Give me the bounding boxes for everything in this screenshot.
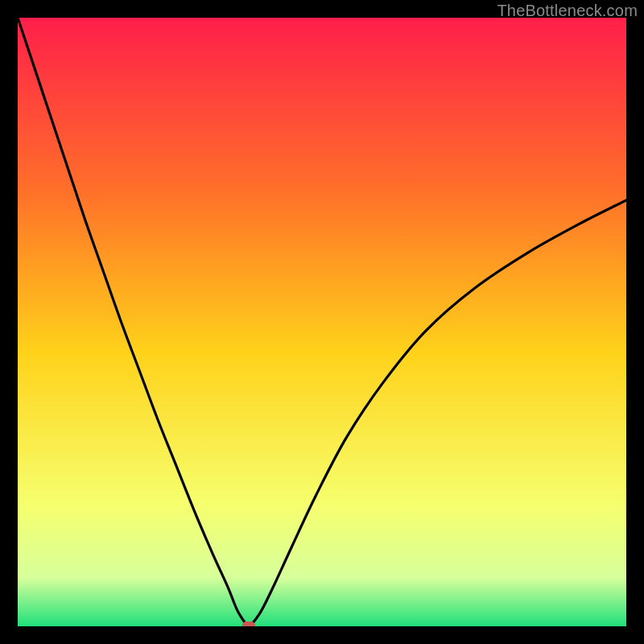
- chart-frame: TheBottleneck.com: [0, 0, 644, 644]
- curve-minimum-marker: [242, 621, 255, 626]
- bottleneck-curve: [18, 18, 626, 626]
- plot-area: [18, 18, 626, 626]
- watermark-text: TheBottleneck.com: [497, 2, 638, 20]
